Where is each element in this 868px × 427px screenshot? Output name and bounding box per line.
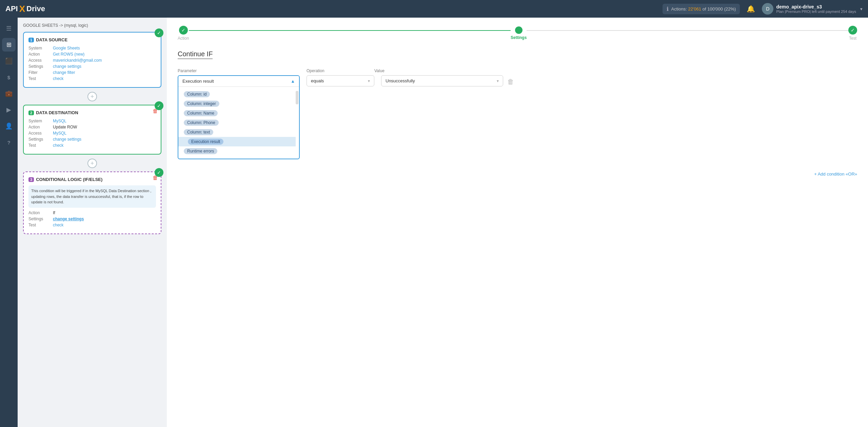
card-done-badge: ✓ <box>155 28 163 37</box>
op-selected-value: equals <box>311 78 324 83</box>
logo-x: X <box>19 4 25 14</box>
add-or-button[interactable]: + Add condition «OR» <box>814 171 857 177</box>
param-dropdown-list: Column: id Column: integer Column: Name … <box>178 87 299 159</box>
actions-box: ℹ Actions: 22'061 of 100'000 (22%) <box>663 4 740 14</box>
card2-row-test: Test check <box>28 143 156 148</box>
logo: APIXDrive <box>5 4 45 14</box>
step-line-1 <box>189 30 511 31</box>
link-action[interactable]: Get ROWS (new) <box>53 52 84 57</box>
card-row-action: Action Get ROWS (new) <box>28 52 156 57</box>
label2-action: Update ROW <box>53 125 77 129</box>
step-settings-circle <box>515 26 522 34</box>
dropdown-item-col-name[interactable]: Column: Name <box>178 108 296 118</box>
param-header: Parameter <box>178 68 300 73</box>
bell-icon[interactable]: 🔔 <box>747 5 755 13</box>
card3-number: 3 <box>28 177 34 182</box>
card2-title: 2 DATA DESTINATION <box>28 110 156 115</box>
step-action: ✓ Action <box>178 26 189 41</box>
dropdown-item-label: Execution result <box>188 139 223 145</box>
dropdown-item-runtime-errors[interactable]: Runtime errors <box>178 146 296 156</box>
param-dropdown-scrollbar[interactable] <box>296 91 298 104</box>
dropdown-item-col-integer[interactable]: Column: integer <box>178 99 296 108</box>
card-data-source: ✓ 1 DATA SOURCE System Google Sheets Act… <box>23 32 161 88</box>
user-info: demo_apix-drive_s3 Plan |Premium PRO| le… <box>776 4 856 14</box>
sidebar: ☰ ⊞ ⬛ $ 💼 ▶ 👤 ? <box>0 18 18 427</box>
add-button-1[interactable]: + <box>87 92 97 101</box>
add-button-2[interactable]: + <box>87 159 97 168</box>
step-action-circle: ✓ <box>179 26 188 35</box>
card3-row-action: Action If <box>28 210 156 215</box>
sidebar-item-integrations[interactable]: 💼 <box>2 87 16 100</box>
link2-change-settings[interactable]: change settings <box>53 137 81 142</box>
card2-row-system: System MySQL <box>28 119 156 123</box>
val-header: Value <box>374 68 496 73</box>
param-items: Column: id Column: integer Column: Name … <box>178 89 296 156</box>
card3-title: 3 CONDITIONAL LOGIC (IF/ELSE) <box>28 177 156 182</box>
card2-number: 2 <box>28 110 34 115</box>
link3-change-settings[interactable]: change settings <box>53 217 84 221</box>
link-access[interactable]: maverickandrii@gmail.com <box>53 58 102 63</box>
card-row-settings: Settings change settings <box>28 64 156 69</box>
param-selected-value: Execution result <box>182 79 214 84</box>
logo-api: API <box>5 4 18 13</box>
card-title: 1 DATA SOURCE <box>28 37 156 42</box>
card3-row-test: Test check <box>28 223 156 227</box>
step-line-2 <box>527 30 848 31</box>
card2-row-action: Action Update ROW <box>28 125 156 129</box>
card-number: 1 <box>28 38 34 42</box>
sidebar-item-help[interactable]: ? <box>2 136 16 149</box>
link2-mysql-system[interactable]: MySQL <box>53 119 66 123</box>
left-panel: GOOGLE SHEETS -> (mysql, logic) ✓ 1 DATA… <box>18 18 167 427</box>
condition-headers: Parameter Operation Value <box>178 68 857 73</box>
card2-row-access: Access MySQL <box>28 131 156 136</box>
dropdown-item-col-phone[interactable]: Column: Phone <box>178 118 296 127</box>
avatar: D <box>762 3 773 15</box>
user-plan: Plan |Premium PRO| left until payment 25… <box>776 9 856 14</box>
sidebar-item-hamburger[interactable]: ☰ <box>2 22 16 35</box>
link-check[interactable]: check <box>53 76 63 81</box>
card3-delete-button[interactable]: 🗑 <box>153 175 158 181</box>
card-row-test: Test check <box>28 76 156 81</box>
step-settings: Settings <box>511 26 527 40</box>
info-icon: ℹ <box>667 6 669 12</box>
dropdown-item-label: Column: Name <box>184 110 218 116</box>
condition-delete-button[interactable]: 🗑 <box>507 78 514 86</box>
op-chevron-down-icon: ▾ <box>368 79 370 83</box>
user-menu[interactable]: D demo_apix-drive_s3 Plan |Premium PRO| … <box>762 3 863 15</box>
sidebar-item-flows[interactable]: ⬛ <box>2 54 16 68</box>
val-selected-value: Unsuccessfully <box>386 78 415 83</box>
op-dropdown[interactable]: equals ▾ <box>307 75 374 86</box>
link2-check[interactable]: check <box>53 143 63 148</box>
sidebar-item-media[interactable]: ▶ <box>2 103 16 117</box>
sidebar-item-home[interactable]: ⊞ <box>2 38 16 52</box>
section-title: Continue IF <box>178 50 213 59</box>
val-dropdown[interactable]: Unsuccessfully ▾ <box>381 75 503 86</box>
dropdown-item-col-id[interactable]: Column: id <box>178 89 296 99</box>
link3-check[interactable]: check <box>53 223 63 227</box>
param-chevron-up-icon: ▲ <box>291 79 295 84</box>
dropdown-item-label: Column: id <box>184 91 210 97</box>
param-dropdown-header[interactable]: Execution result ▲ <box>178 76 299 87</box>
card-data-destination: ✓ 🗑 2 DATA DESTINATION System MySQL Acti… <box>23 105 161 155</box>
link-change-filter[interactable]: change filter <box>53 70 75 75</box>
sidebar-item-account[interactable]: 👤 <box>2 119 16 133</box>
dropdown-item-label: Runtime errors <box>184 148 217 154</box>
val-chevron-down-icon: ▾ <box>497 79 499 83</box>
card2-delete-button[interactable]: 🗑 <box>153 108 158 114</box>
card-row-filter: Filter change filter <box>28 70 156 75</box>
param-dropdown[interactable]: Execution result ▲ Column: id Column: in… <box>178 75 300 159</box>
dropdown-item-label: Column: Phone <box>184 120 219 126</box>
dropdown-item-execution-result[interactable]: Execution result <box>178 137 296 146</box>
dropdown-item-label: Column: text <box>184 129 213 135</box>
breadcrumb: GOOGLE SHEETS -> (mysql, logic) <box>23 23 161 28</box>
step-test-circle: ✓ <box>848 26 857 35</box>
link2-mysql-access[interactable]: MySQL <box>53 131 66 136</box>
step-action-label: Action <box>178 36 189 41</box>
sidebar-item-billing[interactable]: $ <box>2 70 16 84</box>
link-google-sheets[interactable]: Google Sheets <box>53 46 80 50</box>
link-change-settings[interactable]: change settings <box>53 64 81 69</box>
user-chevron-icon: ▾ <box>860 6 863 12</box>
card-row-system: System Google Sheets <box>28 46 156 50</box>
val-dropdown-wrapper: Unsuccessfully ▾ <box>381 75 503 86</box>
dropdown-item-col-text[interactable]: Column: text <box>178 127 296 137</box>
